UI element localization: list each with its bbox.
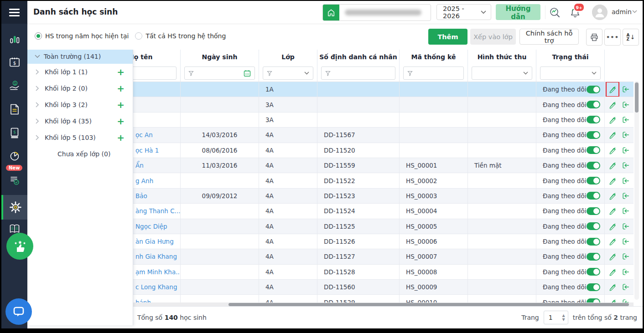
edit-button[interactable]: [607, 205, 618, 217]
status-toggle[interactable]: [587, 207, 600, 215]
school-selector[interactable]: [322, 4, 431, 21]
add-class-button[interactable]: +: [117, 133, 125, 142]
sort-button[interactable]: AZ ↓: [623, 29, 639, 46]
col-header-payment[interactable]: Hình thức thu: [468, 50, 536, 65]
edit-button[interactable]: [607, 159, 618, 172]
tree-item[interactable]: Khối lớp 1 (1) +: [27, 64, 133, 80]
status-toggle[interactable]: [587, 268, 600, 276]
transfer-button[interactable]: [620, 98, 631, 111]
tree-chevron-icon[interactable]: [35, 55, 41, 58]
radio-all-students[interactable]: Tất cả HS trong hệ thống: [135, 32, 226, 40]
edit-button[interactable]: [607, 235, 618, 248]
transfer-button[interactable]: [620, 128, 631, 141]
status-toggle[interactable]: [587, 238, 600, 246]
student-name-link[interactable]: c Long Khang: [135, 283, 177, 291]
vertical-scrollbar-thumb[interactable]: [635, 82, 639, 113]
status-toggle[interactable]: [587, 253, 600, 261]
edit-button[interactable]: [607, 128, 618, 141]
tree-chevron-icon[interactable]: [36, 118, 42, 124]
user-name[interactable]: admin: [612, 8, 632, 15]
transfer-button[interactable]: [620, 113, 631, 126]
edit-button[interactable]: [607, 250, 618, 263]
table-row[interactable]: Bảo 09/09/2012 4A DD-11523 HS_00003 Đang…: [105, 189, 634, 204]
tree-chevron-icon[interactable]: [36, 86, 42, 91]
table-row[interactable]: àn Gia Hưng 4A DD-11526 HS_00006 Đang th…: [105, 234, 634, 249]
col-header-status[interactable]: Trạng thái: [536, 50, 605, 65]
chevron-down-icon[interactable]: [632, 10, 637, 13]
status-toggle[interactable]: [587, 116, 600, 123]
sidebar-item-fee-schedule[interactable]: $: [1, 52, 27, 72]
transfer-button[interactable]: [620, 281, 631, 293]
page-down-arrow[interactable]: ▼: [562, 318, 565, 322]
student-name-link[interactable]: Ẩn: [135, 162, 144, 169]
table-row[interactable]: Ẩn 11/03/2016 4A DD-11559 HS_00001 Tiền …: [105, 158, 634, 173]
school-year-dropdown[interactable]: 2025 - 2026: [436, 4, 491, 20]
table-row[interactable]: Ngọc Diệp 4A DD-11525 HS_00005 Đang theo…: [105, 219, 634, 234]
table-row[interactable]: ọc An 14/03/2016 4A DD-11567 Đang theo d…: [105, 128, 634, 143]
status-toggle[interactable]: [587, 192, 600, 200]
radio-current-year[interactable]: HS trong năm học hiện tại: [35, 32, 129, 40]
filter-payment-select[interactable]: [472, 67, 532, 80]
sidebar-item-settings[interactable]: [1, 195, 27, 220]
student-name-link[interactable]: g Anh: [135, 177, 153, 184]
transfer-button[interactable]: [620, 83, 631, 96]
filter-dob-input[interactable]: [184, 67, 255, 80]
sidebar-item-collection[interactable]: $: [1, 76, 27, 96]
transfer-button[interactable]: [620, 159, 631, 172]
menu-icon[interactable]: [1, 1, 27, 24]
tree-item[interactable]: Khối lớp 2 (0) +: [27, 80, 133, 97]
chat-button[interactable]: [5, 298, 32, 325]
status-toggle[interactable]: [587, 146, 600, 154]
tree-chevron-icon[interactable]: [36, 102, 42, 108]
status-toggle[interactable]: [587, 222, 600, 230]
vertical-scrollbar[interactable]: [634, 81, 639, 300]
edit-button[interactable]: [607, 174, 618, 187]
col-header-dob[interactable]: Ngày sinh: [181, 50, 259, 65]
table-row[interactable]: g Anh 4A DD-11522 HS_00002 Đang theo dõi: [105, 173, 634, 188]
student-name-link[interactable]: Ngọc Diệp: [135, 223, 167, 230]
transfer-button[interactable]: [620, 235, 631, 248]
transfer-button[interactable]: [620, 144, 631, 157]
feedback-button[interactable]: [6, 233, 33, 260]
search-analytics-icon[interactable]: [547, 5, 563, 20]
edit-button[interactable]: [607, 220, 618, 233]
page-number-input[interactable]: 1 ▲▼: [544, 311, 568, 324]
notification-bell-icon[interactable]: 9+: [567, 5, 583, 20]
add-class-button[interactable]: +: [117, 100, 125, 109]
sidebar-item-cash-book[interactable]: $: [1, 123, 27, 143]
sidebar-item-documents[interactable]: [1, 99, 27, 119]
status-toggle[interactable]: [587, 177, 600, 184]
transfer-button[interactable]: [620, 250, 631, 263]
table-row[interactable]: ọc Hà 1 08/06/2016 4A DD-11520 Đang theo…: [105, 143, 634, 158]
user-avatar[interactable]: [592, 5, 608, 20]
edit-button[interactable]: [607, 98, 618, 111]
student-name-link[interactable]: ọc Hà 1: [135, 147, 159, 154]
transfer-button[interactable]: [620, 174, 631, 187]
tree-item[interactable]: Toàn trường (141): [27, 49, 133, 64]
status-toggle[interactable]: [587, 86, 600, 93]
add-class-button[interactable]: +: [117, 117, 125, 126]
table-row[interactable]: 3A Đang theo dõi: [105, 97, 634, 112]
tree-item[interactable]: Khối lớp 4 (35) +: [27, 113, 133, 129]
filter-pid-input[interactable]: [321, 67, 395, 80]
add-student-button[interactable]: Thêm: [428, 29, 467, 45]
add-class-button[interactable]: +: [117, 67, 125, 77]
status-toggle[interactable]: [587, 162, 600, 169]
tree-item[interactable]: Khối lớp 3 (2) +: [27, 97, 133, 113]
transfer-button[interactable]: [620, 205, 631, 217]
transfer-button[interactable]: [620, 220, 631, 233]
status-toggle[interactable]: [587, 101, 600, 108]
horizontal-scrollbar-thumb[interactable]: [229, 303, 629, 306]
edit-button[interactable]: [607, 113, 618, 126]
table-row[interactable]: 1A Đang theo dõi: [105, 82, 634, 97]
more-options-button[interactable]: •••: [604, 29, 621, 46]
print-button[interactable]: [586, 29, 602, 46]
page-up-arrow[interactable]: ▲: [562, 314, 565, 318]
assign-class-button[interactable]: Xếp vào lớp: [470, 29, 516, 45]
sidebar-item-dashboard[interactable]: [1, 30, 27, 50]
tree-chevron-icon[interactable]: [36, 135, 42, 140]
col-header-class[interactable]: Lớp: [259, 50, 317, 65]
table-row[interactable]: nh Gia Khang 4A DD-11527 HS_00007 Đang t…: [105, 249, 634, 264]
transfer-button[interactable]: [620, 266, 631, 278]
add-class-button[interactable]: +: [117, 84, 125, 93]
